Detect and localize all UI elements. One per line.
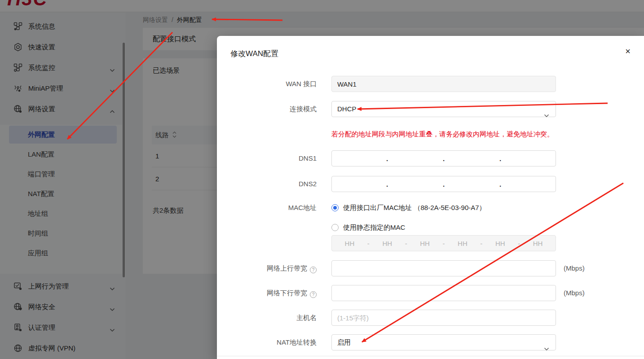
modal-footer-divider	[217, 356, 644, 356]
upstream-bandwidth-label: 网络上行带宽?	[217, 260, 331, 276]
downstream-bandwidth-row: 网络下行带宽? (Mbps)	[217, 285, 644, 301]
upstream-bandwidth-field	[331, 260, 556, 276]
ip-dot: .	[442, 155, 445, 162]
modal-title: 修改WAN配置	[230, 48, 278, 59]
dns2-label: DNS2	[217, 176, 331, 192]
help-icon[interactable]: ?	[310, 291, 317, 298]
dns1-ip-input[interactable]: . . .	[331, 150, 556, 166]
dns1-label: DNS1	[217, 150, 331, 166]
ip-dot: .	[442, 180, 445, 188]
mac-placeholder: HH- HH- HH- HH- HH- HH	[332, 236, 556, 251]
dhcp-overlap-warning: 若分配的地址网段与内网地址重叠，请务必修改内网地址，避免地址冲突。	[331, 130, 554, 139]
help-icon[interactable]: ?	[310, 267, 317, 273]
nat-value: 启用	[337, 338, 351, 346]
mac-address-label: MAC地址	[217, 203, 331, 212]
downstream-bandwidth-label: 网络下行带宽?	[217, 285, 331, 301]
mac-static-option-label: 使用静态指定的MAC	[343, 223, 405, 232]
radio-selected-icon[interactable]	[331, 204, 339, 211]
hostname-field	[331, 310, 556, 326]
hostname-input[interactable]	[332, 310, 556, 325]
dns2-ip-input[interactable]: . . .	[331, 176, 556, 192]
nat-row: NAT地址转换 启用	[217, 334, 644, 350]
ip-dot: .	[499, 155, 502, 162]
dns1-row: DNS1 . . .	[217, 150, 644, 166]
wan-interface-field	[331, 76, 556, 92]
mac-address-input: HH- HH- HH- HH- HH- HH	[331, 235, 556, 251]
hostname-row: 主机名	[217, 310, 644, 326]
upstream-bandwidth-row: 网络上行带宽? (Mbps)	[217, 260, 644, 276]
upstream-unit-label: (Mbps)	[564, 260, 585, 276]
connection-mode-row: 连接模式 DHCP	[217, 101, 644, 117]
downstream-bandwidth-field	[331, 285, 556, 301]
ip-dot: .	[499, 180, 502, 188]
nat-label: NAT地址转换	[217, 334, 331, 350]
wan-interface-label: WAN 接口	[217, 76, 331, 92]
downstream-bandwidth-input[interactable]	[332, 285, 556, 301]
chevron-down-icon	[544, 341, 549, 356]
connection-mode-label: 连接模式	[217, 101, 331, 117]
edit-wan-config-modal: 修改WAN配置 × WAN 接口 连接模式 DHCP 若分配的地址网段与内网地址…	[217, 36, 644, 359]
close-icon[interactable]: ×	[625, 47, 631, 56]
mac-factory-option[interactable]: 使用接口出厂MAC地址 （88-2A-5E-03-90-A7）	[331, 203, 486, 212]
mac-static-option[interactable]: 使用静态指定的MAC	[331, 223, 405, 232]
nat-select[interactable]: 启用	[331, 334, 556, 350]
dns2-row: DNS2 . . .	[217, 176, 644, 192]
wan-interface-input	[332, 76, 556, 92]
ip-dot: .	[386, 180, 388, 188]
page: H3C 系统信息 快速设置 系统监控 MiniAP管理	[0, 0, 644, 359]
chevron-down-icon	[544, 108, 549, 123]
wan-interface-row: WAN 接口	[217, 76, 644, 92]
upstream-bandwidth-input[interactable]	[332, 261, 556, 276]
ip-dot: .	[386, 155, 388, 162]
downstream-unit-label: (Mbps)	[564, 285, 585, 301]
connection-mode-select[interactable]: DHCP	[331, 101, 556, 117]
mac-factory-option-label: 使用接口出厂MAC地址 （88-2A-5E-03-90-A7）	[343, 204, 486, 212]
connection-mode-value: DHCP	[337, 105, 357, 113]
hostname-label: 主机名	[217, 310, 331, 326]
radio-unselected-icon[interactable]	[331, 224, 339, 231]
